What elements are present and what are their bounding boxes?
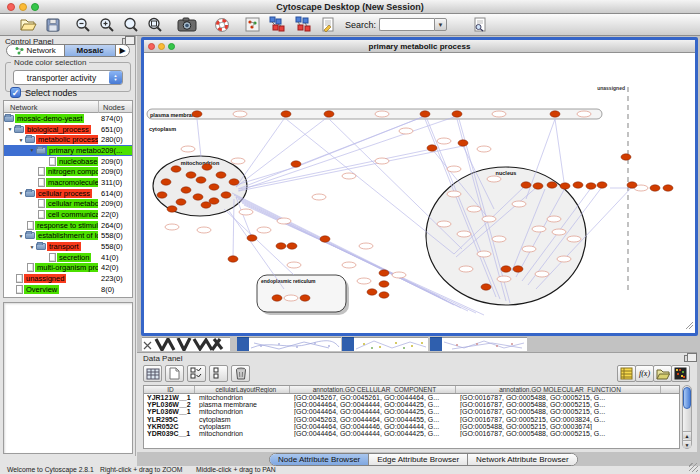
- tree-row[interactable]: ▼transport558(0): [4, 241, 132, 252]
- node-color-attribute-select[interactable]: transporter activity ▲▼: [13, 70, 123, 85]
- expander-icon[interactable]: ▼: [6, 126, 14, 132]
- zoom-button[interactable]: [31, 3, 39, 11]
- tree-row[interactable]: response to stimul264(0): [4, 220, 132, 231]
- tree-row[interactable]: ▼primary metabo209(...: [4, 145, 132, 156]
- network-window-title-bar[interactable]: primary metabolic process: [144, 40, 695, 53]
- window-resize-grip[interactable]: [686, 322, 693, 329]
- select-nodes-row: ✓ Select nodes: [10, 87, 77, 98]
- network-overview-panel[interactable]: [3, 302, 133, 454]
- zoom-selected-icon: [123, 17, 139, 33]
- table-row[interactable]: YJR121W__1mitochondrion[GO:0045267, GO:0…: [144, 394, 679, 401]
- tree-row[interactable]: ▼establishment of lo558(0): [4, 231, 132, 242]
- delete-attribute-button[interactable]: [231, 365, 250, 382]
- table-column-header[interactable]: annotation.GO CELLULAR_COMPONENT: [290, 386, 456, 393]
- expander-icon[interactable]: ▼: [28, 244, 36, 250]
- network-overview-button[interactable]: [242, 15, 262, 34]
- table-row[interactable]: YPL036W__2plasma membrane[GO:0044464, GO…: [144, 401, 679, 408]
- zoom-fit-button[interactable]: [145, 15, 165, 34]
- attribute-table-header[interactable]: ID_cellularLayoutRegionannotation.GO CEL…: [144, 386, 679, 394]
- apply-layout-b-button[interactable]: [292, 15, 312, 34]
- create-attribute-button[interactable]: [165, 365, 184, 382]
- background-window-1[interactable]: [142, 337, 230, 351]
- function-builder-button[interactable]: f(x): [635, 365, 654, 382]
- table-column-header[interactable]: annotation.GO MOLECULAR_FUNCTION: [456, 386, 661, 393]
- network-canvas[interactable]: plasma membrane cytoplasm mitochondrion …: [144, 53, 695, 332]
- save-session-button[interactable]: [43, 15, 63, 34]
- tree-row[interactable]: cellular metabol209(0): [4, 199, 132, 210]
- expander-icon[interactable]: ▼: [28, 147, 36, 153]
- tab-mosaic[interactable]: Mosaic: [64, 45, 116, 56]
- expander-icon[interactable]: ▼: [17, 137, 25, 143]
- table-scrollbar[interactable]: ▲ ▼: [682, 385, 692, 449]
- attribute-list-button[interactable]: [617, 365, 636, 382]
- table-row[interactable]: YKR052Ccytoplasm[GO:0044464, GO:0044446,…: [144, 423, 679, 430]
- tree-row[interactable]: nitrogen compo209(0): [4, 166, 132, 177]
- document-icon: [38, 199, 45, 208]
- tree-row[interactable]: mosaic-demo-yeast874(0): [4, 113, 132, 124]
- table-row[interactable]: YLR295Ccytoplasm[GO:0045263, GO:0044464,…: [144, 416, 679, 423]
- document-icon: [38, 210, 45, 219]
- background-window-4-edge[interactable]: [430, 337, 442, 351]
- table-column-header[interactable]: ID: [144, 386, 195, 393]
- zoom-selected-button[interactable]: [121, 15, 141, 34]
- import-attributes-button[interactable]: [653, 365, 672, 382]
- network-view-window[interactable]: primary metabolic process plasma membran…: [141, 37, 698, 336]
- advanced-search-button[interactable]: [470, 15, 490, 34]
- tree-row[interactable]: secretion41(0): [4, 252, 132, 263]
- window-resize-grip[interactable]: [689, 463, 698, 472]
- expander-icon[interactable]: ▼: [17, 233, 25, 239]
- table-cell: YPL036W__2: [144, 401, 195, 408]
- tree-row[interactable]: cell communicat22(0): [4, 209, 132, 220]
- heatmap-view-button[interactable]: [671, 365, 690, 382]
- background-window-2-edge[interactable]: [237, 337, 249, 351]
- select-attributes-button[interactable]: [143, 365, 162, 382]
- view-close-button[interactable]: [148, 43, 155, 50]
- tree-row[interactable]: ▼biological_process651(0): [4, 124, 132, 135]
- background-window-4[interactable]: [442, 337, 527, 351]
- snapshot-button[interactable]: [175, 15, 199, 34]
- float-data-panel-icon[interactable]: [684, 355, 692, 362]
- zoom-out-button[interactable]: [73, 15, 93, 34]
- background-window-3-edge[interactable]: [342, 337, 354, 351]
- tree-row[interactable]: multi-organism pro42(0): [4, 263, 132, 274]
- help-button[interactable]: [212, 15, 232, 34]
- open-session-button[interactable]: [18, 15, 38, 34]
- tree-row-node-count: 651(0): [101, 125, 133, 134]
- minimize-button[interactable]: [19, 3, 27, 11]
- tree-row[interactable]: ▼cellular process614(0): [4, 188, 132, 199]
- table-column-header[interactable]: _cellularLayoutRegion: [195, 386, 290, 393]
- tree-row[interactable]: ▼metabolic process280(0): [4, 134, 132, 145]
- view-minimize-button[interactable]: [158, 43, 165, 50]
- tree-row-node-count: 41(0): [101, 253, 133, 262]
- annotation-tool-button[interactable]: [318, 15, 338, 34]
- tab-scroll-right-button[interactable]: ▶: [116, 45, 129, 56]
- combo-stepper-icon[interactable]: ▲▼: [109, 71, 122, 84]
- table-cell: YLR295C: [144, 416, 195, 423]
- table-row[interactable]: YPL036W__1mitochondrion[GO:0044464, GO:0…: [144, 408, 679, 415]
- select-nodes-checkbox[interactable]: ✓: [10, 87, 21, 98]
- search-dropdown-button[interactable]: ▼: [434, 18, 447, 31]
- search-input[interactable]: [379, 18, 434, 31]
- tab-network[interactable]: Network: [7, 45, 64, 56]
- plasma-membrane-region[interactable]: [147, 109, 602, 119]
- close-button[interactable]: [7, 3, 15, 11]
- table-row[interactable]: YDR039C__1mitochondrion[GO:0044464, GO:0…: [144, 430, 679, 437]
- apply-layout-a-button[interactable]: [266, 15, 286, 34]
- window-controls[interactable]: [7, 3, 39, 11]
- table-scrollbar-thumb[interactable]: [683, 387, 691, 409]
- zoom-in-button[interactable]: [97, 15, 117, 34]
- tree-row[interactable]: nucleobase-209(0): [4, 156, 132, 167]
- unselect-all-attributes-button[interactable]: [209, 365, 228, 382]
- tree-row[interactable]: macromolecule311(0): [4, 177, 132, 188]
- tree-row-node-count: 209(0): [101, 157, 133, 166]
- tree-row[interactable]: Overview8(0): [4, 284, 132, 295]
- scroll-up-button[interactable]: ▲: [683, 431, 691, 439]
- background-window-3[interactable]: [354, 337, 428, 351]
- tree-row[interactable]: unassigned223(0): [4, 273, 132, 284]
- scroll-down-button[interactable]: ▼: [683, 440, 691, 448]
- expander-icon[interactable]: ▼: [17, 190, 25, 196]
- view-zoom-button[interactable]: [168, 43, 175, 50]
- background-window-2[interactable]: [249, 337, 341, 351]
- table-cell: [GO:0016787, GO:0005215, GO:0003824, G..…: [456, 416, 661, 423]
- select-all-attributes-button[interactable]: [187, 365, 206, 382]
